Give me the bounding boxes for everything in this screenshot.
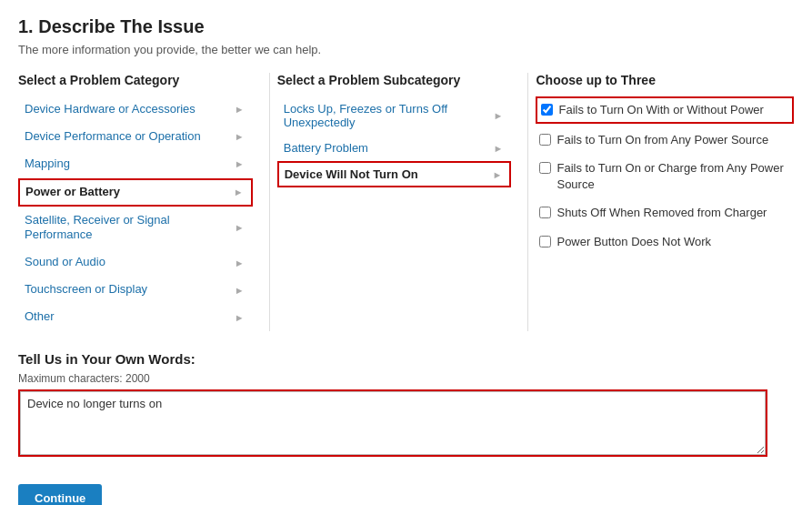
- page-title: 1. Describe The Issue: [18, 16, 794, 37]
- chevron-right-icon: ►: [235, 258, 245, 268]
- category-item-label: Other: [25, 309, 235, 325]
- chevron-right-icon: ►: [494, 143, 504, 154]
- option-label-power-button-not-work: Power Button Does Not Work: [556, 234, 711, 250]
- category-item-label: Touchscreen or Display: [25, 282, 235, 298]
- options-list: Fails to Turn On With or Without PowerFa…: [536, 96, 794, 254]
- subcategory-list: Locks Up, Freezes or Turns Off Unexpecte…: [277, 96, 512, 187]
- option-checkbox-fails-turn-on-any-power[interactable]: [539, 134, 551, 146]
- tell-us-section: Tell Us in Your Own Words: Maximum chara…: [18, 351, 794, 458]
- col-divider-2: [527, 73, 528, 331]
- col-divider-1: [269, 73, 270, 331]
- option-checkbox-power-button-not-work[interactable]: [539, 236, 551, 247]
- choose-header: Choose up to Three: [536, 73, 794, 87]
- subcategory-item-battery-problem[interactable]: Battery Problem►: [277, 136, 512, 160]
- subcategory-item-label: Battery Problem: [284, 141, 368, 155]
- category-item-sound-audio[interactable]: Sound or Audio►: [18, 249, 253, 276]
- category-column: Select a Problem Category Device Hardwar…: [18, 73, 262, 331]
- option-item-power-button-not-work[interactable]: Power Button Does Not Work: [536, 229, 794, 255]
- option-label-shuts-off-charger: Shuts Off When Removed from Charger: [556, 205, 767, 221]
- option-label-fails-turn-on-without-power: Fails to Turn On With or Without Power: [558, 102, 763, 118]
- chevron-right-icon: ►: [494, 110, 504, 121]
- textarea-wrapper: [18, 389, 767, 457]
- category-item-label: Device Performance or Operation: [25, 129, 235, 145]
- chevron-right-icon: ►: [493, 169, 503, 180]
- continue-button[interactable]: Continue: [18, 484, 102, 505]
- option-item-fails-turn-on-charge[interactable]: Fails to Turn On or Charge from Any Powe…: [536, 156, 794, 197]
- category-item-label: Device Hardware or Accessories: [25, 102, 235, 117]
- option-checkbox-fails-turn-on-charge[interactable]: [539, 162, 551, 174]
- chevron-right-icon: ►: [235, 158, 245, 169]
- chevron-right-icon: ►: [234, 187, 244, 197]
- subcategory-item-locks-up[interactable]: Locks Up, Freezes or Turns Off Unexpecte…: [277, 96, 512, 135]
- category-item-satellite-receiver[interactable]: Satellite, Receiver or Signal Performanc…: [18, 207, 253, 249]
- option-label-fails-turn-on-any-power: Fails to Turn On from Any Power Source: [556, 132, 768, 148]
- subcategory-item-device-will-not-turn-on[interactable]: Device Will Not Turn On►: [277, 161, 512, 187]
- option-label-fails-turn-on-charge: Fails to Turn On or Charge from Any Powe…: [556, 160, 790, 192]
- option-item-fails-turn-on-any-power[interactable]: Fails to Turn On from Any Power Source: [536, 127, 794, 153]
- category-item-label: Mapping: [25, 157, 235, 172]
- subcategory-column: Select a Problem Subcategory Locks Up, F…: [277, 73, 521, 188]
- category-item-touchscreen-display[interactable]: Touchscreen or Display►: [18, 277, 253, 303]
- page-subtitle: The more information you provide, the be…: [18, 43, 794, 56]
- chevron-right-icon: ►: [235, 104, 245, 115]
- chevron-right-icon: ►: [235, 285, 245, 296]
- max-chars-label: Maximum characters: 2000: [18, 372, 794, 385]
- option-item-fails-turn-on-without-power[interactable]: Fails to Turn On With or Without Power: [536, 96, 794, 124]
- category-item-power-battery[interactable]: Power or Battery►: [18, 178, 253, 207]
- option-item-shuts-off-charger[interactable]: Shuts Off When Removed from Charger: [536, 200, 794, 226]
- chevron-right-icon: ►: [235, 131, 245, 142]
- tell-us-textarea[interactable]: [20, 391, 766, 455]
- category-item-device-performance[interactable]: Device Performance or Operation►: [18, 124, 253, 150]
- category-item-other[interactable]: Other►: [18, 304, 253, 330]
- category-item-label: Power or Battery: [25, 185, 234, 200]
- chevron-right-icon: ►: [235, 222, 245, 233]
- category-list: Device Hardware or Accessories►Device Pe…: [18, 96, 253, 330]
- subcategory-item-label: Locks Up, Freezes or Turns Off Unexpecte…: [284, 102, 494, 129]
- category-item-label: Sound or Audio: [25, 255, 235, 270]
- chevron-right-icon: ►: [235, 312, 245, 323]
- option-checkbox-fails-turn-on-without-power[interactable]: [541, 104, 553, 116]
- choose-column: Choose up to Three Fails to Turn On With…: [536, 73, 794, 258]
- subcategory-item-label: Device Will Not Turn On: [285, 167, 418, 181]
- category-header: Select a Problem Category: [18, 73, 253, 87]
- category-item-mapping[interactable]: Mapping►: [18, 151, 253, 177]
- option-checkbox-shuts-off-charger[interactable]: [539, 207, 551, 218]
- subcategory-header: Select a Problem Subcategory: [277, 73, 512, 87]
- category-item-label: Satellite, Receiver or Signal Performanc…: [25, 213, 235, 244]
- category-item-device-hardware[interactable]: Device Hardware or Accessories►: [18, 96, 253, 123]
- tell-us-title: Tell Us in Your Own Words:: [18, 351, 794, 367]
